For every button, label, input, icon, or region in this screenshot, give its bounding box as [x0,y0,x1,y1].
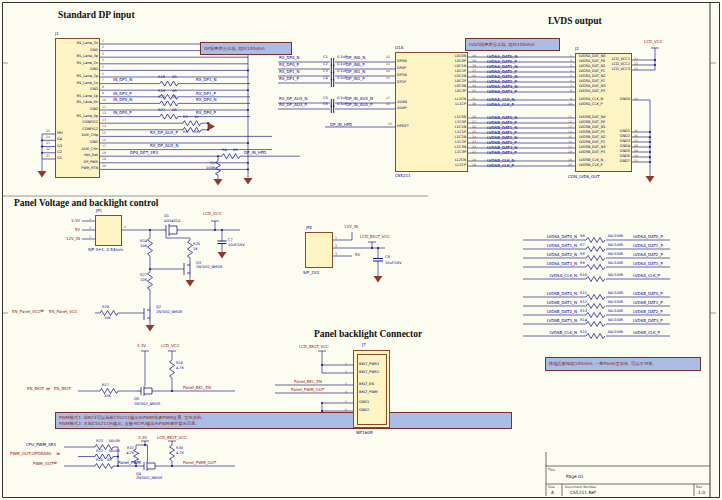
titleblock-rev: 1.0 [698,490,705,495]
net-label: Panel_BKL_EN [183,386,211,390]
conn-gnd0: GND0 24 [545,98,645,104]
pin-name: G4 [57,138,62,142]
pin-name: GND0 [579,98,630,102]
jp1-body[interactable] [95,215,122,246]
coupling-row: RX_DP1_N C3 0.1uF DP_IN1_N 44 [278,70,398,75]
titleblock-size-label: Size [548,485,555,489]
term-row: LVDSB_DAT3_N R14 NA/100R LVDSB_DAT3_P [520,319,680,328]
config-port-arrow [208,123,215,131]
power-label: 12V_IN [60,237,80,241]
net-label: RX_DP0_N [196,98,217,102]
pin-number: 3 [102,53,104,56]
pin-number: 18 [102,152,106,155]
res-val: 10K [104,395,111,399]
res-val: 0R [233,149,238,153]
pin-number: 22 [46,148,50,151]
res-ref: R19 [158,90,165,94]
titleblock-doc: CS5211 Ref [570,490,596,495]
res-val: NA/100R [608,301,623,305]
res-ref: R6 [580,235,585,239]
coupling-row: RX_DP1_P C4 0.1uF DP_IN1_P 43 [278,77,398,82]
note-pwm-modes: PWM模式1: 贴R23可以选择CS5211输出的PWM或者PWM直通, 宜先关… [55,412,512,429]
pin-number: 30 [634,155,638,158]
pin-row: 25 MH [0,132,80,137]
pin-name: GND2 [359,409,369,413]
res-val: NA/100R [608,292,623,296]
res-val: 4.7K [176,452,184,456]
pin-number: 4 [102,59,104,62]
pin-number: 47 [386,97,390,100]
net-label: IN_DP1_P [113,92,132,96]
net-label: LVDSB_DAT3_N [520,319,577,323]
resistor-zigzag [586,264,606,270]
pin-number: 1 [102,40,104,43]
cap-ref: C3 [323,70,328,74]
net-label: CPU_PWM_3R3 [26,443,56,447]
pin-number: 26 [472,126,476,129]
res-val: NA/100R [608,244,623,248]
pin-name: G1 [57,157,62,161]
net-label: LVDSA_DAT3_N [520,262,577,266]
pin-name: BKLT_EN [359,383,374,387]
pin-number: 24 [634,98,638,101]
net-label: LVDSA_DAT2_P [633,253,663,257]
power-flag-3v3: 3.3V [138,436,147,440]
net-label: DP_IN1_N [346,70,365,74]
port-en-panel-vcc[interactable]: EN_Panel_VCC [12,310,41,314]
res-val: 0R [172,90,177,94]
pin-number: 24 [46,136,50,139]
net-label: RX_DP1_N [279,70,300,74]
resistor-zigzag [586,294,606,300]
res-val: 0R [172,96,177,100]
res-ref: R4 [222,149,227,153]
net-label: RX_DP0_N [279,56,300,60]
port-pwm-out-od[interactable]: PWM_OUT(OPDRAIN) [10,452,52,456]
coupling-row: RX_DP_AUX_P C6 0.1uF DP_IN_AUX_P 46 [278,103,398,108]
chip-partname: CS5211 [395,174,411,178]
resistor-zigzag [586,303,606,309]
coupling-row: RX_DP0_P C2 0.1uF DP_IN0_P 41 [278,63,398,68]
res-ref: R18 [158,76,165,80]
pin-name: G3 [57,145,62,149]
net-label: RX_DP0_P [279,63,299,67]
res-val: 0R [107,459,112,463]
jp2-partname: SIP_2X3 [303,271,319,275]
q3-part: 2N7002_NMOS [196,266,222,270]
res-ref: R20 [158,96,165,100]
j1-left-pins: 25 MH 24 G4 23 G3 22 G2 21 G1 [0,0,80,200]
pin-row: 21 G1 [0,157,80,162]
res-val: 4.7K [120,452,134,456]
pin-name: BKLT_PWR2 [359,371,379,375]
resistor-zigzag [586,276,606,282]
power-flag-lcd-vcc: LCD_VCC [161,344,179,348]
net-label: LVDSA_CLK_P [487,103,514,107]
res-ref: R28 [102,306,109,310]
resistor-zigzag [586,255,606,261]
net-label: LVDSA_DAT3_P [633,262,663,266]
jp2-body[interactable] [305,232,333,268]
pin-name: BKLT_PWM [359,391,378,395]
pin-number: 17 [102,145,106,148]
pin-number: 20 [102,165,106,168]
pin-number: 4 [345,391,347,394]
net-label: DP_IN0_N [346,56,365,60]
resistor-zigzag [586,246,606,252]
titleblock-title: Page 01 [566,474,584,479]
pin-name: MH [57,132,63,136]
jp1-refdes: JP1 [96,209,102,213]
q5-part: 2N7002_NMOS [134,403,160,407]
port-en-bklt[interactable]: EN_BKLT [27,387,44,391]
pin-number: 26 [634,135,638,138]
pin-number: 46 [386,103,390,106]
pin-number: 6 [102,73,104,76]
pin-number: 3 [345,383,347,386]
coupling-row: RX_DP0_N C1 0.1uF DP_IN0_N 42 [278,56,398,61]
port-pwm-out[interactable]: PWM_OUT [33,462,53,466]
pin-number: 22 [634,63,638,66]
net-label: RX_DP1_P [279,77,299,81]
pin-number: 27 [472,121,476,124]
net-label: Panel_BKL_EN [294,380,322,384]
titleblock-title-label: Title [548,468,555,472]
cap-ref: C6 [323,103,328,107]
net-label: LVDSB_DAT1_P [633,301,663,305]
